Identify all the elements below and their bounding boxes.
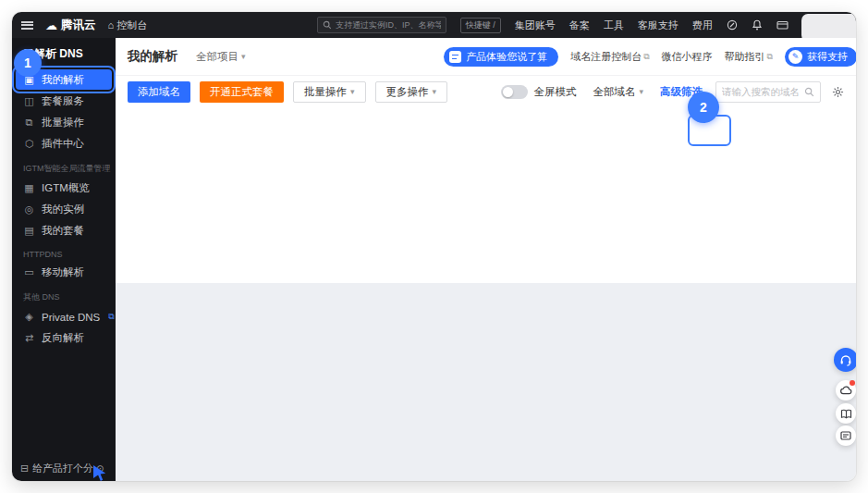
annotation-step-1: 1: [14, 49, 42, 77]
notification-dot: [850, 380, 855, 386]
global-search[interactable]: [317, 17, 446, 33]
sidebar-collapse-icon[interactable]: ⊟: [20, 462, 29, 475]
cloud-icon: [840, 386, 852, 395]
toolbar-right: 全屏模式 全部域名 ▾ 高级筛选: [501, 81, 844, 103]
pen-icon: ✎: [789, 50, 802, 64]
plugins-icon: ⬡: [23, 138, 35, 150]
sidebar-section-other-dns: 其他 DNS: [12, 283, 116, 306]
sidebar-item-plugins[interactable]: ⬡ 插件中心: [12, 133, 116, 154]
console-home-link[interactable]: ⌂ 控制台: [108, 18, 148, 32]
get-support-button[interactable]: ✎ 获得支持: [785, 47, 856, 67]
sidebar-item-plans[interactable]: ◫ 套餐服务: [12, 91, 116, 112]
main-content: 我的解析 全部项目 ▾ 产品体验您说了算 域名注册控制台 ⧉ 微信小程序 帮助: [116, 38, 856, 481]
table-settings-button[interactable]: [832, 86, 844, 98]
more-operation-button[interactable]: 更多操作 ▾: [375, 81, 448, 103]
hamburger-menu-icon[interactable]: [21, 21, 33, 30]
search-icon: [323, 20, 332, 30]
topbar-link-tools[interactable]: 工具: [604, 18, 624, 32]
packages-icon: ▤: [23, 225, 35, 237]
reverse-dns-icon: ⇄: [23, 332, 35, 344]
home-icon: ⌂: [108, 19, 115, 31]
global-search-input[interactable]: [336, 20, 441, 30]
topbar-link-icp[interactable]: 备案: [569, 18, 590, 32]
screenshot-stage: ☁ 腾讯云 ⌂ 控制台 快捷键 / 集团账号 备案 工具 客服支持 费用: [0, 0, 868, 493]
external-link-icon: ⧉: [643, 52, 649, 62]
toggle-knob: [503, 87, 513, 97]
sidebar-item-reverse-dns[interactable]: ⇄ 反向解析: [12, 327, 116, 349]
domain-search-input[interactable]: [722, 86, 801, 97]
chevron-down-icon: ▾: [639, 87, 643, 96]
chevron-down-icon: ▾: [241, 52, 246, 61]
cloud-logo-icon: ☁: [45, 18, 57, 32]
external-link-icon: ⧉: [108, 312, 114, 322]
topbar-right: 快捷键 / 集团账号 备案 工具 客服支持 费用: [460, 12, 850, 38]
cloud-assistant-fab[interactable]: [836, 380, 856, 401]
batch-icon: ⧉: [23, 117, 35, 129]
external-link-icon: ⧉: [767, 52, 773, 62]
instances-icon: ◎: [23, 203, 35, 216]
mobile-dns-icon: ▭: [23, 266, 35, 278]
page-header: 我的解析 全部项目 ▾ 产品体验您说了算 域名注册控制台 ⧉ 微信小程序 帮助: [116, 38, 856, 76]
gear-icon: [832, 86, 844, 98]
book-icon: [840, 409, 852, 419]
page-title: 我的解析: [128, 48, 177, 65]
rate-product-link[interactable]: 给产品打个分 ⊙: [32, 462, 104, 475]
tencent-cloud-logo[interactable]: ☁ 腾讯云: [45, 18, 96, 33]
survey-icon: [449, 51, 461, 63]
shortcut-key-badge[interactable]: 快捷键 /: [460, 18, 501, 33]
sidebar-section-httpdns: HTTPDNS: [12, 241, 116, 262]
batch-operation-button[interactable]: 批量操作 ▾: [293, 81, 366, 103]
sidebar-section-igtm: IGTM智能全局流量管理: [12, 154, 116, 178]
compass-icon[interactable]: [727, 19, 738, 31]
private-dns-icon: ◈: [23, 311, 35, 323]
chevron-down-icon: ▾: [350, 87, 355, 96]
project-filter-dropdown[interactable]: 全部项目 ▾: [196, 50, 246, 64]
add-domain-button[interactable]: 添加域名: [128, 81, 190, 103]
feedback-fab[interactable]: [836, 425, 856, 446]
list-icon: [840, 431, 851, 440]
global-topbar: ☁ 腾讯云 ⌂ 控制台 快捷键 / 集团账号 备案 工具 客服支持 费用: [12, 12, 856, 38]
sidebar: 云解析 DNS ▣ 我的解析 ◫ 套餐服务 ⧉ 批量操作 ⬡ 插件中心 IGTM…: [12, 38, 116, 481]
fullscreen-label: 全屏模式: [533, 85, 576, 99]
sidebar-item-private-dns[interactable]: ◈ Private DNS ⧉: [12, 306, 116, 327]
topbar-link-support[interactable]: 客服支持: [638, 18, 679, 32]
domain-filter-dropdown[interactable]: 全部域名 ▾: [593, 85, 643, 99]
console-window: ☁ 腾讯云 ⌂ 控制台 快捷键 / 集团账号 备案 工具 客服支持 费用: [12, 12, 856, 481]
sidebar-item-igtm-overview[interactable]: ▦ IGTM概览: [12, 178, 116, 199]
purchase-plan-button[interactable]: 开通正式套餐: [200, 81, 284, 103]
mini-program-link[interactable]: 微信小程序: [662, 50, 713, 64]
page-header-links: 产品体验您说了算 域名注册控制台 ⧉ 微信小程序 帮助指引 ⧉ ✎ 获得支持: [444, 47, 844, 67]
topbar-link-group-account[interactable]: 集团账号: [515, 18, 556, 32]
search-icon: [804, 87, 814, 97]
headset-icon: [839, 354, 852, 366]
table-toolbar: 添加域名 开通正式套餐 批量操作 ▾ 更多操作 ▾ 全屏模式 全部域名 ▾ 高级…: [116, 76, 856, 107]
sidebar-item-batch[interactable]: ⧉ 批量操作: [12, 112, 116, 133]
documentation-fab[interactable]: [836, 403, 856, 424]
billing-card-icon[interactable]: [776, 19, 789, 31]
topbar-left: ☁ 腾讯云 ⌂ 控制台: [21, 12, 147, 38]
domain-console-link[interactable]: 域名注册控制台 ⧉: [570, 50, 649, 64]
igtm-overview-icon: ▦: [23, 182, 35, 194]
topbar-link-billing[interactable]: 费用: [692, 18, 713, 32]
sidebar-item-mobile-dns[interactable]: ▭ 移动解析: [12, 262, 116, 283]
chevron-down-icon: ▾: [433, 87, 437, 96]
plans-icon: ◫: [23, 95, 35, 107]
sidebar-item-my-packages[interactable]: ▤ 我的套餐: [12, 220, 116, 241]
annotation-step-2: 2: [688, 92, 719, 123]
logo-text: 腾讯云: [61, 18, 96, 33]
help-guide-link[interactable]: 帮助指引 ⧉: [725, 50, 773, 64]
sidebar-item-my-instances[interactable]: ◎ 我的实例: [12, 199, 116, 220]
fullscreen-toggle[interactable]: [501, 85, 528, 99]
customer-service-fab[interactable]: [834, 348, 856, 372]
domain-search-box[interactable]: [715, 81, 821, 103]
survey-pill-button[interactable]: 产品体验您说了算: [444, 47, 558, 67]
bell-icon[interactable]: [752, 19, 763, 31]
